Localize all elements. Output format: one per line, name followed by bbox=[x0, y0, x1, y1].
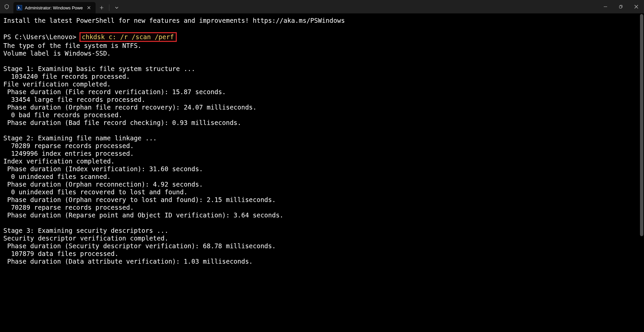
titlebar-divider bbox=[109, 4, 109, 11]
output-line: 70289 reparse records processed. bbox=[3, 142, 641, 150]
tab-powershell[interactable]: Administrator: Windows Powe bbox=[13, 2, 96, 13]
output-line: Phase duration (Orphan file record recov… bbox=[3, 104, 641, 111]
output-line bbox=[3, 57, 641, 65]
output-line: File verification completed. bbox=[3, 80, 641, 88]
banner-line: Install the latest PowerShell for new fe… bbox=[3, 17, 641, 24]
blank-line bbox=[3, 24, 641, 32]
output-line: 33454 large file records processed. bbox=[3, 96, 641, 104]
output-line: Phase duration (Security descriptor veri… bbox=[3, 242, 641, 250]
output-line: Stage 1: Examining basic file system str… bbox=[3, 65, 641, 73]
shield-icon bbox=[0, 0, 13, 13]
prompt-line: PS C:\Users\Lenovo> chkdsk c: /r /scan /… bbox=[3, 32, 641, 42]
output-line: 0 bad file records processed. bbox=[3, 111, 641, 119]
svg-rect-1 bbox=[620, 6, 622, 8]
output-line: Stage 2: Examining file name linkage ... bbox=[3, 134, 641, 142]
output-line: Volume label is Windows-SSD. bbox=[3, 50, 641, 57]
output-line: The type of the file system is NTFS. bbox=[3, 42, 641, 50]
output-line: 1034240 file records processed. bbox=[3, 73, 641, 80]
titlebar: Administrator: Windows Powe bbox=[0, 0, 644, 13]
powershell-icon bbox=[17, 5, 22, 10]
output-line: 107879 data files processed. bbox=[3, 250, 641, 258]
output-line: Phase duration (File record verification… bbox=[3, 88, 641, 96]
output-line bbox=[3, 127, 641, 134]
output-line: Stage 3: Examining security descriptors … bbox=[3, 227, 641, 235]
scrollbar[interactable] bbox=[640, 14, 643, 331]
output-line: 0 unindexed files recovered to lost and … bbox=[3, 188, 641, 196]
new-tab-button[interactable] bbox=[96, 2, 108, 13]
scrollbar-thumb[interactable] bbox=[640, 14, 643, 236]
output-line: 0 unindexed files scanned. bbox=[3, 173, 641, 181]
output-line: Phase duration (Reparse point and Object… bbox=[3, 211, 641, 219]
prompt-text: PS C:\Users\Lenovo> bbox=[3, 33, 76, 41]
tab-close-button[interactable] bbox=[86, 4, 92, 11]
close-button[interactable] bbox=[629, 0, 644, 13]
output-line: Phase duration (Data attribute verificat… bbox=[3, 258, 641, 265]
terminal-output[interactable]: Install the latest PowerShell for new fe… bbox=[0, 13, 644, 332]
tab-title: Administrator: Windows Powe bbox=[25, 5, 83, 10]
output-line: Phase duration (Orphan recovery to lost … bbox=[3, 196, 641, 204]
output-line: Phase duration (Index verification): 31.… bbox=[3, 165, 641, 173]
output-line: Security descriptor verification complet… bbox=[3, 235, 641, 242]
output-line bbox=[3, 219, 641, 227]
maximize-button[interactable] bbox=[613, 0, 629, 13]
output-line: Phase duration (Orphan reconnection): 4.… bbox=[3, 181, 641, 188]
output-line: Index verification completed. bbox=[3, 157, 641, 165]
output-line: 70289 reparse records processed. bbox=[3, 204, 641, 211]
minimize-button[interactable] bbox=[598, 0, 613, 13]
window-controls bbox=[598, 0, 644, 13]
output-line: 1249996 index entries processed. bbox=[3, 150, 641, 157]
command-highlight: chkdsk c: /r /scan /perf bbox=[79, 32, 177, 42]
output-line: Phase duration (Bad file record checking… bbox=[3, 119, 641, 127]
command-text: chkdsk c: /r /scan /perf bbox=[82, 33, 174, 41]
tab-dropdown-button[interactable] bbox=[111, 2, 123, 13]
titlebar-left: Administrator: Windows Powe bbox=[0, 0, 123, 13]
